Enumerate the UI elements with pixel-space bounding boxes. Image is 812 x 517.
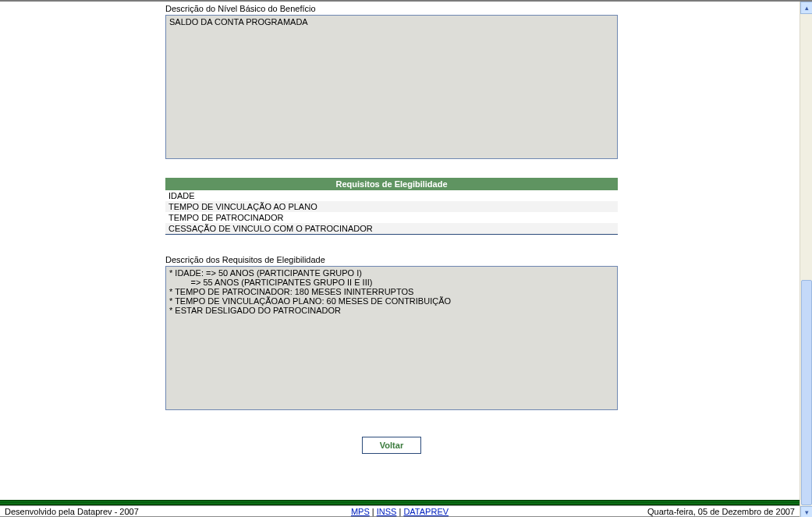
- scrollbar-thumb[interactable]: [801, 280, 812, 505]
- window-scrollbar[interactable]: ▴ ▾: [800, 2, 812, 517]
- footer-sep: |: [370, 507, 377, 516]
- form-content: Descrição do Nível Básico do Benefício R…: [165, 4, 626, 454]
- scroll-up-button[interactable]: ▴: [800, 2, 812, 14]
- eligibility-desc-textarea[interactable]: [165, 266, 618, 410]
- main-content-area: Descrição do Nível Básico do Benefício R…: [0, 2, 800, 493]
- table-row: CESSAÇÃO DE VINCULO COM O PATROCINADOR: [165, 223, 618, 235]
- scroll-down-button[interactable]: ▾: [800, 506, 812, 517]
- voltar-button[interactable]: Voltar: [362, 437, 421, 454]
- eligibility-cell: TEMPO DE PATROCINADOR: [165, 212, 618, 223]
- footer-left-text: Desenvolvido pela Dataprev - 2007: [5, 507, 139, 516]
- eligibility-cell: CESSAÇÃO DE VINCULO COM O PATROCINADOR: [165, 223, 618, 235]
- footer-bar: Desenvolvido pela Dataprev - 2007 MPS | …: [0, 505, 800, 517]
- footer-link-dataprev[interactable]: DATAPREV: [403, 507, 449, 516]
- chevron-down-icon: ▾: [805, 508, 809, 516]
- decorative-stripe: [0, 500, 800, 505]
- eligibility-table: Requisitos de Elegibilidade IDADE TEMPO …: [165, 178, 618, 235]
- eligibility-desc-label: Descrição dos Requisitos de Elegibilidad…: [165, 255, 626, 264]
- eligibility-cell: TEMPO DE VINCULAÇÃO AO PLANO: [165, 201, 618, 212]
- table-row: IDADE: [165, 190, 618, 201]
- eligibility-header: Requisitos de Elegibilidade: [165, 178, 618, 190]
- basic-level-textarea[interactable]: [165, 15, 618, 159]
- footer-link-inss[interactable]: INSS: [377, 507, 397, 516]
- eligibility-cell: IDADE: [165, 190, 618, 201]
- table-row: TEMPO DE PATROCINADOR: [165, 212, 618, 223]
- table-row: TEMPO DE VINCULAÇÃO AO PLANO: [165, 201, 618, 212]
- chevron-up-icon: ▴: [805, 4, 809, 12]
- footer-link-mps[interactable]: MPS: [351, 507, 370, 516]
- button-row: Voltar: [165, 437, 618, 454]
- basic-level-label: Descrição do Nível Básico do Benefício: [165, 4, 626, 13]
- footer-right-date: Quarta-feira, 05 de Dezembro de 2007: [647, 507, 795, 516]
